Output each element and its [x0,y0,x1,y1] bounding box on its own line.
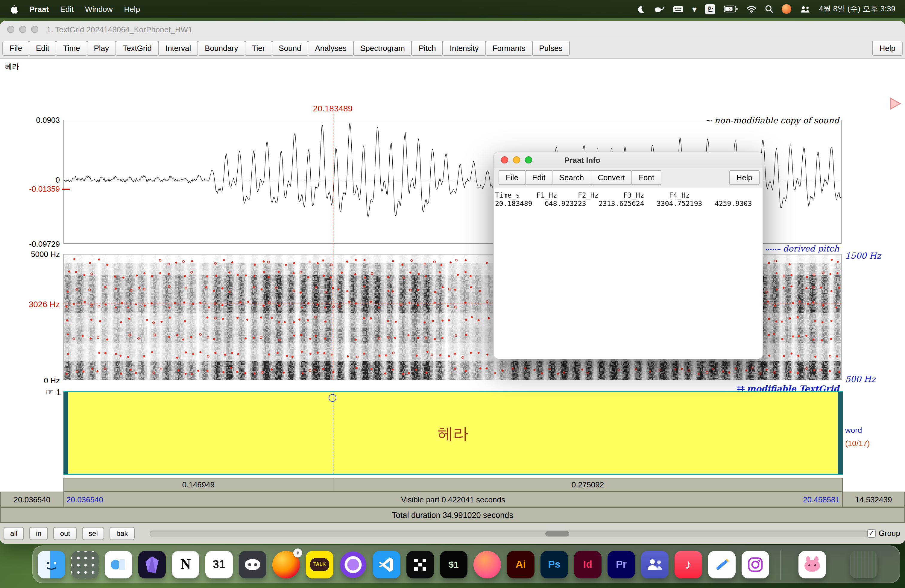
menu-file[interactable]: File [2,41,29,56]
selection-right-duration: 0.275092 [572,480,604,489]
interval-label[interactable]: 헤라 [64,423,843,444]
menubar-app-name[interactable]: Praat [29,5,49,13]
info-menu-edit[interactable]: Edit [525,170,553,185]
praat-info-window[interactable]: Praat Info File Edit Search Convert Font… [493,151,763,359]
window-start-cell[interactable]: 20.036540 [0,492,64,507]
dock-icon-calendar[interactable]: 31 [205,551,233,578]
play-triangle-icon[interactable] [889,97,902,113]
info-menu-file[interactable]: File [499,170,526,185]
dock-icon-instagram[interactable] [741,551,769,578]
dock-icon-trash[interactable] [850,551,878,578]
info-menu-font[interactable]: Font [632,170,661,185]
pitch-caption: derived pitch [783,244,839,253]
tier-pointer[interactable]: ☞ 1 [38,387,61,397]
menu-formants[interactable]: Formants [486,41,533,56]
window-start-time: 20.036540 [14,495,51,504]
menu-edit[interactable]: Edit [29,41,57,56]
dock-icon-firefox[interactable]: ✦ [272,551,300,578]
menu-pulses[interactable]: Pulses [532,41,570,56]
menu-intensity[interactable]: Intensity [443,41,486,56]
selection-right-duration-cell[interactable]: 0.275092 [333,478,843,492]
scrollbar-thumb[interactable] [545,531,569,537]
dock-icon-obsidian[interactable] [138,551,166,578]
heart-icon[interactable]: ♥ [692,3,697,14]
wifi-icon[interactable] [746,3,757,14]
info-zoom-button[interactable] [525,156,532,164]
group-checkbox[interactable]: ✓ [867,529,876,537]
info-menu-search[interactable]: Search [552,170,591,185]
dock-icon-purple-ring-app[interactable] [340,551,367,578]
dock-icon-premiere[interactable]: Pr [608,551,635,578]
interval-text-field[interactable]: 헤라 [5,62,19,72]
zoom-out-button[interactable]: out [54,527,76,540]
info-minimize-button[interactable] [513,156,520,164]
total-duration-cell[interactable]: Total duration 34.991020 seconds [0,507,905,523]
menubar-menu-window[interactable]: Window [85,5,113,13]
info-close-button[interactable] [501,156,508,164]
dock-icon-pink-character-app[interactable] [799,551,826,578]
close-button[interactable] [7,26,14,33]
dock-icon-black-pattern-app[interactable] [406,551,434,578]
dock-icon-photoshop[interactable]: Ps [540,551,568,578]
menu-pitch[interactable]: Pitch [411,41,443,56]
dock-icon-notion[interactable]: N [172,551,199,578]
dock-icon-indesign[interactable]: Id [574,551,602,578]
dock-icon-kakaotalk[interactable]: TALK [306,551,333,578]
dock-icon-cash-app[interactable]: $1 [440,551,467,578]
moon-icon[interactable] [637,3,646,14]
dock-icon-launchpad[interactable] [71,551,99,578]
menu-tier[interactable]: Tier [245,41,272,56]
menu-analyses[interactable]: Analyses [308,41,354,56]
window-end-cell[interactable]: 14.532439 [842,492,905,507]
visible-part-label: Visible part 0.422041 seconds [103,495,803,504]
menu-play[interactable]: Play [87,41,116,56]
dock-icon-discord[interactable] [239,551,266,578]
dock-icon-finder[interactable] [38,551,65,578]
zoom-all-button[interactable]: all [3,527,24,540]
visible-part-cell[interactable]: 20.036540 Visible part 0.422041 seconds … [64,492,843,507]
avatar-icon[interactable] [782,4,791,14]
info-menu-convert[interactable]: Convert [591,170,632,185]
horizontal-scrollbar[interactable] [150,531,868,537]
cursor-line-red[interactable] [333,114,333,380]
dock-icon-notes-pencil-app[interactable] [708,551,736,578]
zoom-bak-button[interactable]: bak [110,527,135,540]
apple-logo-icon[interactable] [10,3,18,14]
menu-time[interactable]: Time [56,41,87,56]
title-bar[interactable]: 1. TextGrid 2024148064_KorPhonet_HW1 [0,21,905,38]
zoom-button[interactable] [31,26,38,33]
dock-icon-orange-circle-app[interactable] [473,551,501,578]
menubar-menu-edit[interactable]: Edit [60,5,74,13]
info-menu-bar: File Edit Search Convert Font Help [494,168,762,188]
selection-left-duration-cell[interactable]: 0.146949 [64,478,333,492]
info-content[interactable]: Time_s F1_Hz F2_Hz F3_Hz F4_Hz 20.183489… [494,188,762,211]
battery-icon[interactable] [724,3,738,14]
tier-name[interactable]: word [845,426,862,435]
dock-icon-apple-music[interactable]: ♪ [675,551,702,578]
menu-spectrogram[interactable]: Spectrogram [353,41,412,56]
dock-icon-vscode[interactable] [373,551,400,578]
menu-boundary[interactable]: Boundary [197,41,245,56]
minimize-button[interactable] [19,26,26,33]
dock-icon-teams[interactable] [641,551,668,578]
mouse-icon[interactable] [654,3,665,14]
textgrid-tier-1[interactable]: 헤라 [64,391,843,475]
menu-textgrid[interactable]: TextGrid [116,41,159,56]
keyboard-icon[interactable] [673,3,684,14]
people-icon[interactable] [800,3,810,14]
dock-icon-illustrator[interactable]: Ai [507,551,535,578]
zoom-in-button[interactable]: in [29,527,48,540]
cursor-handle-circle[interactable] [329,394,337,402]
dock-icon-document-app[interactable] [105,551,132,578]
ime-korean-icon[interactable]: 한 [705,4,715,14]
info-title-bar[interactable]: Praat Info [494,152,762,168]
zoom-sel-button[interactable]: sel [82,527,105,540]
info-menu-help[interactable]: Help [729,170,760,185]
menubar-menu-help[interactable]: Help [124,5,140,13]
cursor-time-label: 20.183489 [291,103,375,113]
menu-sound[interactable]: Sound [272,41,308,56]
menubar-clock[interactable]: 4월 8일 (수) 오후 3:39 [819,3,895,14]
search-icon[interactable] [765,3,773,14]
menu-interval[interactable]: Interval [158,41,198,56]
menu-help[interactable]: Help [872,41,903,56]
